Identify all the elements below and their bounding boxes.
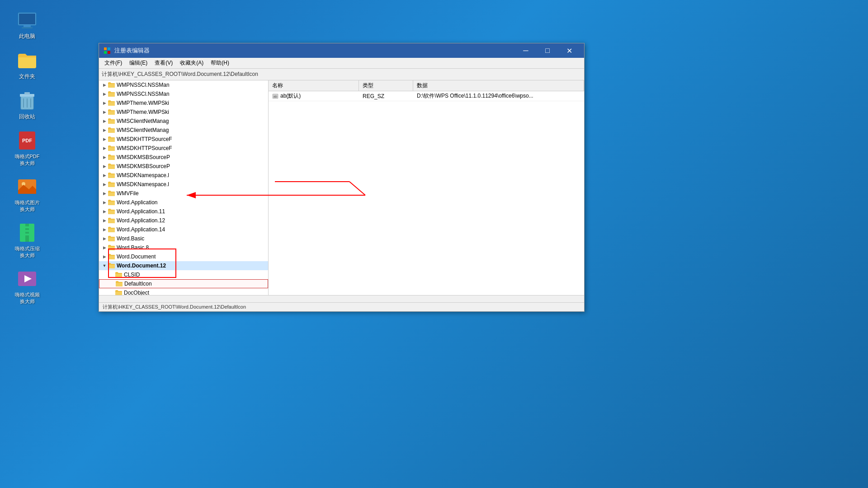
expand-icon[interactable]: ▶ xyxy=(101,99,108,107)
desktop-icon-video[interactable]: 嗨格式视频 换大师 xyxy=(9,268,45,305)
tree-item[interactable]: DefaultIcon xyxy=(99,279,268,288)
desktop-icon-folder[interactable]: 文件夹 xyxy=(9,49,45,80)
expand-icon[interactable]: ▶ xyxy=(101,226,108,233)
folder-icon xyxy=(108,172,115,178)
tree-item-label: WMSDKHTTPSourceF xyxy=(117,136,172,142)
svg-rect-3 xyxy=(22,27,33,28)
tree-item[interactable]: ▶ Word.Application.12 xyxy=(99,216,268,225)
tree-item[interactable]: ▶ Word.Document xyxy=(99,252,268,261)
tree-panel[interactable]: ▶ WMPNSSCl.NSSMan▶ WMPNSSCl.NSSMan▶ WMPT… xyxy=(99,80,269,295)
tree-item[interactable]: ▼ Word.Document.12 xyxy=(99,261,268,270)
maximize-button[interactable]: □ xyxy=(537,43,558,58)
tree-item[interactable]: ▶ WMSClientNetManag xyxy=(99,126,268,135)
tree-item[interactable]: ▶ WMSDKNamespace.l xyxy=(99,180,268,189)
tree-item-label: Word.Application.14 xyxy=(117,226,165,233)
menu-favorites[interactable]: 收藏夹(A) xyxy=(176,58,207,68)
tree-item[interactable]: ▶ WMSDKHTTPSourceF xyxy=(99,135,268,144)
tree-item[interactable]: ▶ WMPTheme.WMPSki xyxy=(99,108,268,117)
tree-item[interactable]: ▶ WMSDKMSBSourceP xyxy=(99,162,268,171)
svg-text:ab: ab xyxy=(274,95,277,98)
desktop-icon-pdf[interactable]: PDF 嗨格式PDF 换大师 xyxy=(9,130,45,167)
col-header-name: 名称 xyxy=(269,80,359,91)
tree-item-label: DocObject xyxy=(124,290,149,295)
expand-icon[interactable]: ▶ xyxy=(101,154,108,161)
menu-view[interactable]: 查看(V) xyxy=(151,58,176,68)
tree-item[interactable]: ▶ Word.Basic xyxy=(99,234,268,243)
zip-label: 嗨格式压缩 换大师 xyxy=(15,245,40,259)
tree-item[interactable]: ▶ WMSDKMSBSourceP xyxy=(99,153,268,162)
expand-icon[interactable]: ▶ xyxy=(101,244,108,251)
desktop-icons: 此电脑 文件夹 回收站 PDF 嗨格式PDF 换大师 xyxy=(9,9,45,314)
tree-item-label: WMVFile xyxy=(117,190,139,197)
folder-icon xyxy=(108,226,115,233)
expand-icon[interactable]: ▶ xyxy=(101,127,108,134)
img-icon xyxy=(16,176,38,197)
tree-item[interactable]: ▶ WMSDKHTTPSourceF xyxy=(99,144,268,153)
desktop-icon-img[interactable]: 嗨格式图片 换大师 xyxy=(9,176,45,213)
tree-item[interactable]: ▶ Word.Basic.8 xyxy=(99,243,268,252)
registry-data-row[interactable]: abab(默认)REG_SZD:\软件\WPS Office\11.1.0.11… xyxy=(269,91,584,101)
tree-item[interactable]: ▶ WMPTheme.WMPSki xyxy=(99,99,268,108)
title-bar-controls: ─ □ ✕ xyxy=(515,43,580,58)
menu-help[interactable]: 帮助(H) xyxy=(207,58,233,68)
registry-type-cell: REG_SZ xyxy=(363,93,417,99)
status-bar: 计算机\HKEY_CLASSES_ROOT\Word.Document.12\D… xyxy=(99,302,584,311)
expand-icon[interactable]: ▶ xyxy=(101,235,108,242)
tree-item[interactable]: ▶ WMSDKNamespace.l xyxy=(99,171,268,180)
tree-item[interactable]: ▶ Word.Application xyxy=(99,198,268,207)
tree-item[interactable]: ▶ Word.Application.14 xyxy=(99,225,268,234)
expand-icon[interactable]: ▶ xyxy=(101,172,108,179)
tree-item[interactable]: ▶ WMSClientNetManag xyxy=(99,117,268,126)
svg-rect-16 xyxy=(25,226,29,228)
svg-rect-2 xyxy=(24,25,31,27)
tree-item[interactable]: ▶ WMVFile xyxy=(99,189,268,198)
expand-icon[interactable] xyxy=(108,280,116,287)
expand-icon[interactable] xyxy=(108,289,115,295)
zip-icon xyxy=(16,222,38,244)
folder-icon xyxy=(108,145,115,151)
data-rows-container: abab(默认)REG_SZD:\软件\WPS Office\11.1.0.11… xyxy=(269,91,584,101)
menu-file[interactable]: 文件(F) xyxy=(101,58,126,68)
tree-item[interactable]: DocObject xyxy=(99,288,268,295)
expand-icon[interactable]: ▶ xyxy=(101,199,108,206)
expand-icon[interactable]: ▶ xyxy=(101,90,108,98)
close-button[interactable]: ✕ xyxy=(559,43,580,58)
expand-icon[interactable]: ▶ xyxy=(101,81,108,89)
tree-item[interactable]: ▶ WMPNSSCl.NSSMan xyxy=(99,89,268,99)
tree-item[interactable]: ▶ Word.Application.11 xyxy=(99,207,268,216)
tree-item-label: WMSDKHTTPSourceF xyxy=(117,145,172,151)
svg-text:PDF: PDF xyxy=(22,138,32,143)
menu-edit[interactable]: 编辑(E) xyxy=(126,58,151,68)
expand-icon[interactable]: ▶ xyxy=(101,145,108,152)
desktop-icon-zip[interactable]: 嗨格式压缩 换大师 xyxy=(9,222,45,259)
tree-item-label: WMSClientNetManag xyxy=(117,118,169,124)
minimize-button[interactable]: ─ xyxy=(515,43,536,58)
expand-icon[interactable]: ▶ xyxy=(101,253,108,260)
video-label: 嗨格式视频 换大师 xyxy=(15,291,40,305)
expand-icon[interactable]: ▶ xyxy=(101,190,108,197)
folder-icon xyxy=(108,235,115,242)
computer-label: 此电脑 xyxy=(19,33,35,40)
folder-icon xyxy=(108,181,115,188)
expand-icon[interactable]: ▶ xyxy=(101,217,108,224)
pdf-label: 嗨格式PDF 换大师 xyxy=(15,153,40,167)
expand-icon[interactable] xyxy=(108,271,115,278)
expand-icon[interactable]: ▶ xyxy=(101,108,108,116)
expand-icon[interactable]: ▶ xyxy=(101,136,108,143)
expand-icon[interactable]: ▶ xyxy=(101,163,108,170)
tree-item[interactable]: ▶ WMPNSSCl.NSSMan xyxy=(99,80,268,89)
expand-icon[interactable]: ▶ xyxy=(101,181,108,188)
folder-icon xyxy=(108,263,115,269)
desktop-icon-recycle[interactable]: 回收站 xyxy=(9,89,45,121)
tree-item-label: Word.Document xyxy=(117,253,156,260)
expand-icon[interactable]: ▶ xyxy=(101,117,108,125)
expand-icon[interactable]: ▼ xyxy=(101,262,108,269)
expand-icon[interactable]: ▶ xyxy=(101,208,108,215)
folder-icon xyxy=(108,163,115,169)
tree-item[interactable]: CLSID xyxy=(99,270,268,279)
horizontal-scrollbar[interactable] xyxy=(99,295,584,302)
folder-icon xyxy=(108,190,115,197)
title-bar-left: 注册表编辑器 xyxy=(104,47,150,55)
desktop-icon-computer[interactable]: 此电脑 xyxy=(9,9,45,40)
tree-item-label: WMSClientNetManag xyxy=(117,127,169,133)
